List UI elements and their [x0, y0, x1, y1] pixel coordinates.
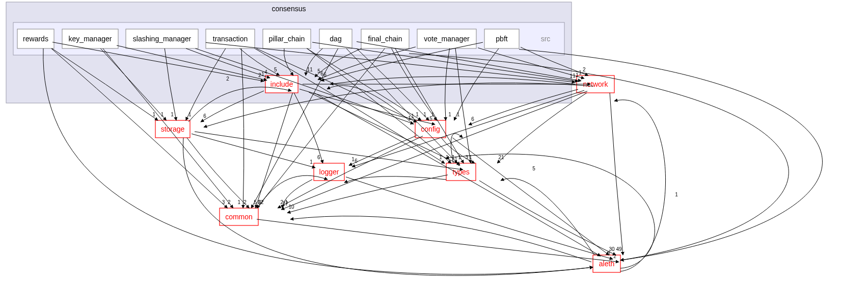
edge-label-storage-include: 2	[226, 76, 229, 82]
dir-rewards-label: rewards	[23, 35, 48, 43]
edge-label-network-types: 21	[499, 155, 505, 160]
edge-label-key_manager-storage: 1	[161, 112, 164, 117]
edge-label-include-config: 5	[429, 116, 432, 121]
edge-label-pbft-network: 2	[583, 67, 586, 72]
edge-label-vote_manager-config: 1	[448, 112, 451, 117]
edge-label-storage-common: 2	[243, 199, 247, 205]
edge-label-network-config: 6	[471, 116, 474, 122]
edge-storage-aleth	[183, 138, 593, 275]
dir-include-label: include	[270, 80, 293, 88]
edge-label-transaction-include: 5	[274, 67, 277, 72]
edge-types-aleth	[479, 181, 616, 255]
edge-network-types	[497, 93, 587, 163]
edge-config-logger	[349, 136, 417, 166]
edge-label-include-storage: 6	[203, 113, 206, 119]
dir-pillar_chain-label: pillar_chain	[269, 35, 305, 43]
edge-label-storage-logger: 1	[310, 159, 313, 165]
dir-logger-label: logger	[319, 168, 339, 176]
edge-label-logger-common: 1	[285, 199, 288, 205]
edge-include-common	[255, 93, 292, 208]
edge-label-aleth-config: 1	[675, 192, 678, 197]
edge-aleth-types	[501, 179, 594, 255]
edge-label-rewards-storage: 1	[152, 112, 155, 117]
edge-aleth-common	[290, 216, 591, 262]
edge-label-pbft-include: 6	[323, 72, 327, 78]
dir-transaction-label: transaction	[213, 35, 248, 43]
dir-key_manager-label: key_manager	[69, 35, 112, 43]
edge-label-common-aleth: 2	[613, 254, 616, 259]
dir-pbft-label: pbft	[496, 35, 507, 43]
edge-label-dag-include: 11	[307, 67, 313, 72]
edge-label-include-common: 6	[258, 199, 261, 205]
dir-storage-label: storage	[161, 125, 185, 133]
edge-label-aleth-types: 5	[532, 166, 535, 171]
edge-logger-aleth	[346, 177, 613, 259]
edge-label-network-aleth: 49	[616, 246, 622, 252]
dependency-graph: consensusrewardskey_managerslashing_mana…	[0, 0, 868, 304]
edge-label-storage-types: 1	[457, 161, 460, 167]
dir-final_chain-label: final_chain	[368, 35, 402, 43]
edge-label-transaction-common: 1	[237, 199, 240, 205]
edge-common-aleth	[257, 219, 619, 262]
edge-label-slashing_manager-storage: 1	[171, 112, 174, 117]
dir-vote_manager-label: vote_manager	[424, 35, 470, 43]
edge-label-network-logger: 6	[355, 158, 358, 164]
edge-storage-common	[187, 138, 249, 208]
edge-label-pillar_chain-config: 1	[416, 112, 419, 117]
dir-dag-label: dag	[330, 35, 341, 43]
edge-label-key_manager-common: 2	[228, 199, 231, 205]
dir-src-label: src	[541, 35, 551, 43]
edge-types-common	[287, 175, 448, 213]
edge-storage-logger	[192, 134, 315, 167]
dir-common-label: common	[225, 213, 253, 221]
edge-label-transaction-storage: 1	[188, 112, 192, 117]
edge-label-include-logger: 6	[317, 155, 320, 160]
edge-label-types-common: 10	[288, 204, 294, 210]
edge-label-types-aleth: 30	[609, 246, 615, 252]
edge-label-pbft-config: 1	[457, 112, 460, 117]
dir-slashing_manager-label: slashing_manager	[133, 35, 192, 43]
edge-label-dag-config: 1	[423, 112, 426, 117]
cluster-title: consensus	[272, 5, 306, 13]
edge-label-rewards-common: 3	[222, 199, 225, 205]
